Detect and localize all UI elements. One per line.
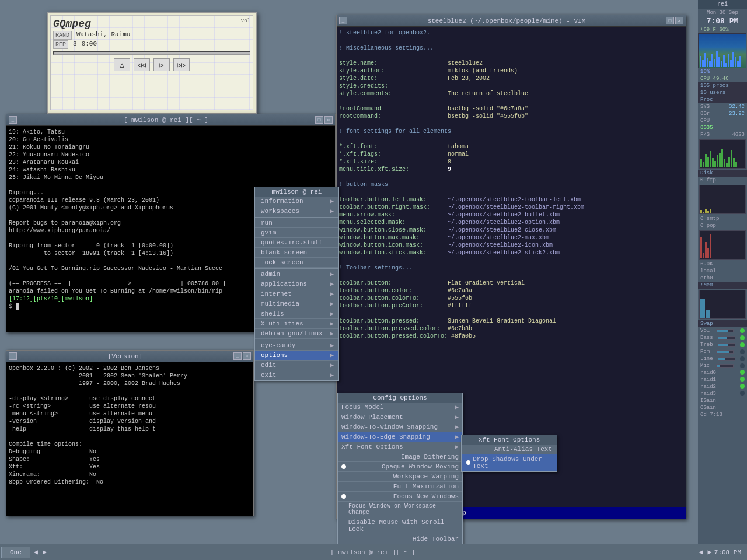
sidebar-time-bottom: 0d 7:18: [698, 411, 747, 418]
sidebar-ftp-row: 0 ftp: [698, 177, 747, 184]
config-disable-mouse-scroll[interactable]: Disable Mouse with Scroll Lock: [338, 517, 462, 534]
sidebar-raid2-row: raid2: [698, 383, 747, 390]
sidebar-raid1-row: raid1: [698, 376, 747, 383]
sidebar-eth1-row: eth0: [698, 275, 747, 282]
config-focus-workspace-change[interactable]: Focus Window on Workspace Change: [338, 502, 462, 517]
menu-item-admin[interactable]: admin▶: [255, 270, 338, 279]
config-full-maximization[interactable]: Full Maximization: [338, 482, 462, 492]
gqmpeg-time: 0:00: [82, 40, 97, 49]
sidebar-hostname: rei: [698, 0, 747, 9]
sidebar-disk-graph: [699, 185, 746, 214]
menu-item-run[interactable]: run: [255, 218, 338, 228]
taskbar-item-one[interactable]: One: [1, 547, 30, 558]
menu-item-xutils[interactable]: X utilities▶: [255, 319, 338, 329]
gqmpeg-btn-prev[interactable]: △: [114, 58, 130, 71]
sidebar-bass-row: Bass: [698, 334, 747, 341]
sidebar-time: 7:08 PM: [698, 16, 747, 26]
sidebar-igain-row: IGain: [698, 397, 747, 404]
version-iconify-btn[interactable]: _: [9, 352, 17, 360]
menu-item-internet[interactable]: internet▶: [255, 289, 338, 299]
sidebar-sys-row: SYS32.4C: [698, 103, 747, 110]
vim-close-btn[interactable]: ×: [675, 17, 683, 24]
sidebar-cpu-label: 18%: [698, 68, 747, 75]
sidebar-mem-graph: [699, 290, 746, 319]
sidebar-users-label: 10 users: [698, 89, 747, 96]
menu-item-debian[interactable]: debian gnu/linux▶: [255, 329, 338, 339]
vim-title: steelblue2 (~/.openbox/people/mine) - VI…: [347, 18, 666, 24]
terminal-version: _ [Version] □ × Openbox 2.2.0 : (c) 2002…: [6, 350, 254, 516]
config-xft-font[interactable]: Xft Font Options▶: [338, 442, 462, 452]
sidebar-cpu-temp: CPU 49.4C: [698, 75, 747, 82]
gqmpeg-window: GQmpeg vol RAND Watashi, Raimu REP 3 0:0…: [47, 12, 257, 114]
menu-item-options[interactable]: options▶: [255, 351, 338, 360]
version-max-btn[interactable]: □: [233, 352, 242, 360]
sidebar-proc-label: 105 procs: [698, 82, 747, 89]
sidebar-net-graph: [699, 230, 746, 260]
gqmpeg-btn-forward[interactable]: ▷▷: [173, 58, 190, 71]
config-submenu-header: Config Options: [338, 393, 462, 402]
sidebar-swap-title: Swap: [698, 320, 747, 327]
vim-max-btn[interactable]: □: [666, 17, 674, 24]
xft-submenu-header: Xft Font Options: [462, 435, 557, 444]
gqmpeg-track-name: Watashi, Raimu: [76, 31, 130, 40]
taskbar-title-right-arrow[interactable]: ▶: [706, 548, 714, 556]
config-image-dithering[interactable]: Image Dithering: [338, 452, 462, 462]
taskbar-title-left-arrow[interactable]: ◀: [696, 548, 705, 556]
sidebar: rei Mon 30 Sep 7:08 PM +69 F 60%: [697, 0, 747, 560]
gqmpeg-number: 3: [73, 40, 77, 49]
menu-item-blank[interactable]: blank screen: [255, 248, 338, 258]
menu-item-applications[interactable]: applications▶: [255, 279, 338, 289]
config-opaque-window[interactable]: Opaque Window Moving: [338, 462, 462, 472]
sidebar-temp: +69 F 60%: [698, 26, 747, 33]
win-max-btn[interactable]: □: [315, 116, 323, 124]
win-close-btn[interactable]: ×: [324, 116, 333, 124]
sidebar-mic-row: Mic: [698, 362, 747, 369]
menu-item-exit[interactable]: exit▶: [255, 370, 338, 380]
menu-item-information[interactable]: information▶: [255, 197, 338, 206]
menu-item-gvim[interactable]: gvim: [255, 228, 338, 238]
gqmpeg-vol-label: vol: [241, 18, 250, 24]
xft-drop-shadows[interactable]: Drop Shadows Under Text: [462, 454, 557, 471]
config-window-placement[interactable]: Window Placement▶: [338, 412, 462, 422]
sidebar-treb-row: Treb: [698, 341, 747, 348]
sidebar-pcm-row: Pcm: [698, 348, 747, 355]
gqmpeg-btn-rewind[interactable]: ◁◁: [134, 58, 150, 71]
vim-iconify-btn[interactable]: _: [339, 17, 347, 24]
taskbar-left-arrow[interactable]: ◀: [32, 548, 40, 556]
gqmpeg-btn-play[interactable]: ▷: [153, 58, 170, 71]
config-focus-new-windows[interactable]: Focus New Windows: [338, 492, 462, 502]
sidebar-proc-title: Proc: [698, 96, 747, 103]
sidebar-date: Mon 30 Sep: [698, 9, 747, 16]
sidebar-pop-row: 0 pop: [698, 222, 747, 229]
menu-item-workspaces[interactable]: workspaces▶: [255, 206, 338, 216]
menu-item-eyecandy[interactable]: eye-candy▶: [255, 341, 338, 351]
sidebar-disk-title: Disk: [698, 170, 747, 177]
sidebar-cpu-row: CPU: [698, 117, 747, 124]
config-workspace-warping[interactable]: Workspace Warping: [338, 472, 462, 482]
xft-antialias[interactable]: Anti-Alias Text: [462, 444, 557, 454]
sidebar-eth0-row: local: [698, 268, 747, 275]
sidebar-mem-title: !Mem: [698, 282, 747, 289]
menu-item-shells[interactable]: shells▶: [255, 309, 338, 319]
menu-item-lock[interactable]: lock screen: [255, 258, 338, 268]
gqmpeg-rep[interactable]: REP: [53, 40, 68, 49]
menu-item-multimedia[interactable]: multimedia▶: [255, 299, 338, 309]
xft-font-submenu: Xft Font Options Anti-Alias Text Drop Sh…: [461, 435, 557, 472]
menu-item-quotes[interactable]: quotes.irc.stuff: [255, 238, 338, 248]
menu-item-edit[interactable]: edit▶: [255, 360, 338, 370]
sidebar-cpu-graph: [699, 139, 746, 169]
taskbar-right-arrow[interactable]: ▶: [40, 548, 49, 556]
sidebar-ogain-row: OGain: [698, 404, 747, 411]
version-close-btn[interactable]: ×: [243, 352, 251, 360]
version-title: [Version]: [17, 353, 233, 360]
config-hide-toolbar[interactable]: Hide Toolbar: [338, 534, 462, 544]
menu-header: mwilson @ rei: [255, 187, 338, 197]
config-focus-model[interactable]: Focus Model▶: [338, 402, 462, 412]
config-win-to-win-snap[interactable]: Window-To-Window Snapping▶: [338, 422, 462, 432]
gqmpeg-rand[interactable]: RAND: [53, 31, 72, 40]
taskbar-clock: 7:08 PM: [714, 549, 747, 556]
win-iconify-btn[interactable]: _: [9, 116, 17, 124]
sidebar-line-row: Line: [698, 355, 747, 362]
config-win-to-edge-snap[interactable]: Window-To-Edge Snapping▶: [338, 432, 462, 442]
sidebar-map: [698, 33, 746, 68]
